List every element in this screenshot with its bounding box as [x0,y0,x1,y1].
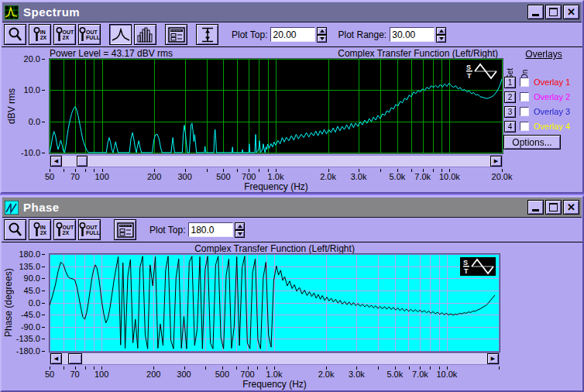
phase-window: Phase ✕ IN2X OUT2X OUTFULL [0,195,584,392]
spinner-up-icon [320,29,325,33]
spectrum-plot-area[interactable]: S T [49,58,503,154]
overlays-title: Overlays [503,49,584,60]
x-tick-label: 1.0k [266,370,283,379]
magnifier-small-icon [56,222,63,239]
minimize-icon [532,14,539,16]
phase-zoom-in-2x-button[interactable]: IN2X [29,219,51,240]
phase-display-options-button[interactable] [114,219,136,240]
overlay-4-checkbox[interactable] [520,122,529,131]
spectrum-client-area: Power Level = 43.17 dBV rms Complex Tran… [2,47,582,193]
x-tick-label: 1.0k [268,172,284,181]
spectrum-plot-canvas[interactable] [50,59,503,153]
x-tick-label: 200 [146,370,160,379]
spinner-down-icon [439,37,444,40]
spectrum-zoom-out-full-button[interactable]: OUTFULL [78,24,101,45]
spinner-down-icon [238,232,242,236]
spectrum-maximize-button[interactable] [545,5,562,19]
phase-plot-top-input[interactable] [188,222,233,237]
overlay-row: 1 Overlay 1 [503,77,584,90]
close-icon: ✕ [567,202,575,212]
y-tick-label: -90.0 [21,322,40,332]
plot-top-spinner-up[interactable] [317,27,327,35]
spectrum-autoscale-button[interactable] [196,24,218,45]
spectrum-display-options-button[interactable] [165,24,187,45]
scroll-right-arrow[interactable]: ▶ [490,156,502,167]
spectrum-bar-plot-button[interactable] [134,24,156,45]
phase-titlebar[interactable]: Phase ✕ [2,198,582,218]
magnifier-small-icon [56,26,63,43]
zoom-out-full-label: OUTFULL [86,29,100,40]
x-tick-label: 300 [177,172,191,181]
power-level-readout: Power Level = 43.17 dBV rms [50,48,173,59]
overlay-1-set-button[interactable]: 1 [504,77,516,88]
spectrum-h-scrollbar[interactable]: ◀ ▶ [50,155,503,167]
y-tick-label: 20.0 [24,54,40,64]
overlays-options-button[interactable]: Options... [503,135,561,150]
x-tick-label: 100 [94,370,108,379]
phase-maximize-button[interactable] [545,200,562,215]
bar-chart-icon [137,27,154,43]
maximize-icon [549,8,558,16]
overlay-4-set-button[interactable]: 4 [504,121,516,132]
phase-zoom-out-full-button[interactable]: OUTFULL [78,219,101,240]
scroll-left-arrow[interactable]: ◀ [50,353,62,364]
svg-text:T: T [467,72,472,80]
phase-scroll-thumb[interactable] [68,353,82,364]
x-tick-label: 10.0k [436,370,457,379]
phase-minimize-button[interactable] [527,200,544,215]
phase-plot-top-spinner-down[interactable] [235,230,245,238]
sound-technology-logo: S T [463,62,499,81]
y-tick-label: 0.0 [29,117,40,126]
y-tick-label: -45.0 [21,310,40,319]
close-icon: ✕ [567,7,575,17]
svg-text:S: S [463,259,468,266]
phase-zoom-button[interactable] [4,219,26,240]
overlays-panel: Overlays Set On 1 Overlay 1 2 Overlay 2 … [503,47,584,193]
scroll-right-arrow[interactable]: ▶ [487,353,499,364]
scroll-left-arrow[interactable]: ◀ [50,156,62,167]
plot-range-spinner-up[interactable] [436,27,446,35]
spectrum-zoom-in-2x-button[interactable]: IN2X [29,24,51,45]
phase-plot-canvas[interactable] [50,254,500,352]
overlay-3-checkbox[interactable] [520,107,529,116]
zoom-in-2x-label: IN2X [40,29,47,40]
overlay-1-checkbox[interactable] [520,77,529,87]
overlay-2-checkbox[interactable] [520,92,529,101]
plot-top-input[interactable] [270,27,315,42]
spectrum-plot-header: Complex Transfer Function (Left/Right) [338,48,498,59]
plot-range-spinner-down[interactable] [436,35,446,43]
x-tick-label: 10.0k [439,172,460,181]
vertical-scale-icon [199,26,216,43]
magnifier-small-icon [79,222,86,239]
plot-top-spinner-down[interactable] [317,35,327,43]
spectrum-line-plot-button[interactable] [109,24,132,45]
plot-range-input[interactable] [390,27,435,42]
st-waveform-logo-icon: S T [465,63,497,80]
phase-plot-top-spinner-up[interactable] [235,222,245,230]
spinner-up-icon [238,225,242,228]
spectrum-x-axis-title: Frequency (Hz) [50,181,503,192]
phase-plot-area[interactable]: S T [49,253,500,352]
zoom-out-2x-label: OUT2X [63,225,74,236]
x-tick-label: 7.0k [412,370,428,379]
zoom-in-2x-label: IN2X [40,225,47,236]
spectrum-close-button[interactable]: ✕ [563,5,579,19]
overlay-3-set-button[interactable]: 3 [504,106,516,118]
magnifier-icon [7,26,24,43]
spectrum-minimize-button[interactable] [527,5,544,19]
phase-zoom-out-2x-button[interactable]: OUT2X [53,219,76,240]
magnifier-small-icon [79,26,86,43]
phase-close-button[interactable]: ✕ [563,200,579,215]
phase-h-scrollbar[interactable]: ◀ ▶ [50,352,500,365]
overlay-2-label: Overlay 2 [534,92,570,101]
x-tick-label: 70 [70,172,80,181]
plot-range-label: Plot Range: [338,29,386,40]
spectrum-zoom-button[interactable] [4,24,26,45]
x-tick-label: 100 [94,172,108,181]
x-tick-label: 700 [242,172,256,181]
spectrum-zoom-out-2x-button[interactable]: OUT2X [53,24,76,45]
spectrum-titlebar[interactable]: Spectrum ✕ [2,2,582,22]
spectrum-scroll-thumb[interactable] [77,156,88,167]
y-tick-label: -180.0 [16,346,40,356]
overlay-2-set-button[interactable]: 2 [504,91,516,103]
